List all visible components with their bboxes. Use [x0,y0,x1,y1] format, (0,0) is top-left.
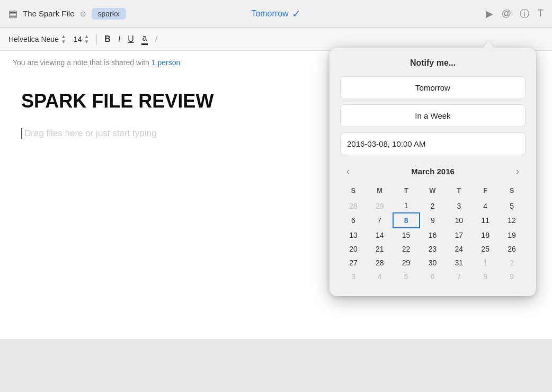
calendar-day[interactable]: 28 [340,199,367,213]
calendar-day[interactable]: 7 [367,213,393,228]
color-bar [141,43,148,45]
document-icon: ▤ [8,8,17,20]
calendar-day[interactable]: 26 [498,242,525,256]
calendar-day[interactable]: 9 [420,213,446,228]
calendar-day[interactable]: 16 [420,228,446,242]
calendar-day[interactable]: 8 [393,213,420,228]
day-header: S [498,184,525,199]
calendar-week: 282912345 [340,199,525,213]
day-header: T [446,184,472,199]
calendar-day[interactable]: 23 [420,242,446,256]
italic-button[interactable]: I [118,34,120,44]
calendar-day[interactable]: 27 [340,256,367,270]
calendar-day[interactable]: 5 [498,199,525,213]
highlight-button[interactable]: / [155,34,157,44]
calendar-day[interactable]: 7 [446,270,472,283]
calendar-day[interactable]: 4 [472,199,498,213]
font-size-selector[interactable]: 14 ▲▼ [74,34,89,44]
user-icon[interactable]: @ [502,8,511,19]
calendar-day[interactable]: 1 [472,256,498,270]
lock-icon: ⊙ [80,10,86,18]
calendar-day[interactable]: 3 [340,270,367,283]
calendar-day[interactable]: 31 [446,256,472,270]
calendar-week: 13141516171819 [340,228,525,242]
next-month-button[interactable]: › [512,164,523,179]
calendar-grid: SMTWTFS 28291234567891011121314151617181… [340,184,526,283]
calendar-day[interactable]: 5 [393,270,420,283]
titlebar-right: ▶ @ ⓘ T [486,7,544,20]
day-header: M [367,184,393,199]
calendar-day[interactable]: 14 [367,228,393,242]
calendar-week: 20212223242526 [340,242,525,256]
calendar-day[interactable]: 10 [446,213,472,228]
calendar-day[interactable]: 19 [498,228,525,242]
font-spinner[interactable]: ▲▼ [61,34,66,44]
calendar-day[interactable]: 12 [498,213,525,228]
in-a-week-button[interactable]: In a Week [340,104,526,127]
info-icon[interactable]: ⓘ [520,7,529,20]
calendar-month: March 2016 [411,167,455,176]
calendar: ‹ March 2016 › SMTWTFS 28291234567891011… [340,164,526,283]
calendar-day[interactable]: 24 [446,242,472,256]
day-header: F [472,184,498,199]
remind-button[interactable]: Tomorrow ✓ [251,7,300,20]
cursor [21,128,22,139]
notify-popover: Notify me... Tomorrow In a Week 2016-03-… [330,48,536,296]
date-input[interactable]: 2016-03-08, 10:00 AM [340,132,526,155]
calendar-week: 3456789 [340,270,525,283]
more-icon[interactable]: T [538,8,544,19]
calendar-day[interactable]: 3 [446,199,472,213]
calendar-day[interactable]: 18 [472,228,498,242]
calendar-day[interactable]: 25 [472,242,498,256]
titlebar-center: Tomorrow ✓ [251,7,300,20]
calendar-day[interactable]: 28 [367,256,393,270]
popover-arrow [483,40,494,48]
underline-button[interactable]: U [128,34,134,44]
calendar-day[interactable]: 2 [498,256,525,270]
calendar-day[interactable]: 6 [340,213,367,228]
calendar-day-headers: SMTWTFS [340,184,525,199]
calendar-day[interactable]: 22 [393,242,420,256]
present-icon[interactable]: ▶ [486,8,493,20]
calendar-header: ‹ March 2016 › [340,164,526,179]
calendar-day[interactable]: 13 [340,228,367,242]
day-header: W [420,184,446,199]
calendar-day[interactable]: 6 [420,270,446,283]
calendar-day[interactable]: 29 [393,256,420,270]
day-header: S [340,184,367,199]
calendar-day[interactable]: 9 [498,270,525,283]
calendar-day[interactable]: 8 [472,270,498,283]
calendar-week: 272829303112 [340,256,525,270]
calendar-day[interactable]: 29 [367,199,393,213]
calendar-day[interactable]: 11 [472,213,498,228]
calendar-day[interactable]: 21 [367,242,393,256]
calendar-day[interactable]: 1 [393,199,420,213]
prev-month-button[interactable]: ‹ [342,164,354,179]
app-title: The Spark File [23,9,75,18]
calendar-day[interactable]: 30 [420,256,446,270]
remind-check-icon: ✓ [292,7,301,20]
calendar-day[interactable]: 2 [420,199,446,213]
color-button[interactable]: a [141,33,148,45]
titlebar: ▤ The Spark File ⊙ sparkx Tomorrow ✓ ▶ @… [0,0,552,28]
remind-label: Tomorrow [251,9,288,19]
titlebar-left: ▤ The Spark File ⊙ sparkx [8,8,486,20]
tag-badge[interactable]: sparkx [92,8,126,20]
tomorrow-button[interactable]: Tomorrow [340,76,526,99]
calendar-day[interactable]: 15 [393,228,420,242]
bold-button[interactable]: B [104,34,111,44]
size-spinner[interactable]: ▲▼ [84,34,89,44]
calendar-week: 6789101112 [340,213,525,228]
shared-person-link[interactable]: 1 person [152,58,180,67]
calendar-day[interactable]: 17 [446,228,472,242]
toolbar-separator [96,34,97,44]
popover-title: Notify me... [340,58,526,68]
day-header: T [393,184,420,199]
font-name-selector[interactable]: Helvetica Neue ▲▼ [8,34,66,44]
calendar-day[interactable]: 20 [340,242,367,256]
calendar-day[interactable]: 4 [367,270,393,283]
